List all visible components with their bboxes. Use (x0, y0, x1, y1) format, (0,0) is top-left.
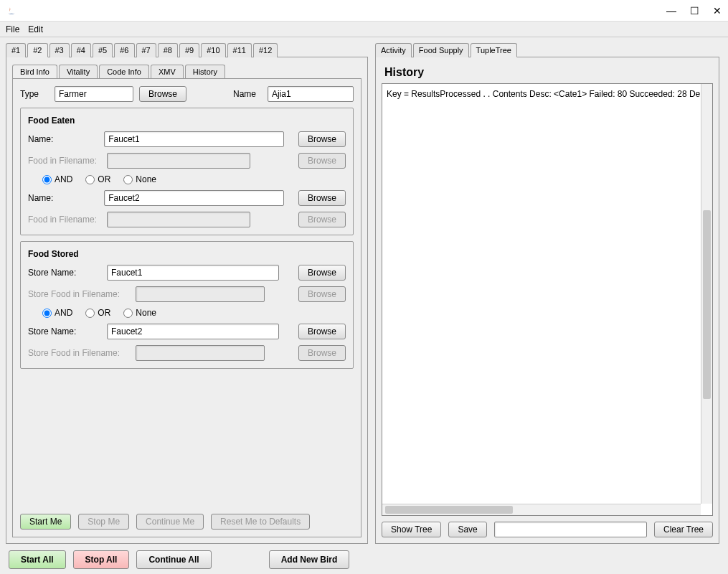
food-stored-title: Food Stored (28, 249, 346, 259)
subtab-history[interactable]: History (185, 65, 225, 79)
food-stored-group: Food Stored Store Name: Browse Store Foo… (20, 241, 354, 369)
tab-5[interactable]: #5 (93, 43, 113, 57)
fe-browse1-button[interactable]: Browse (298, 131, 346, 147)
start-me-button[interactable]: Start Me (20, 514, 71, 530)
tab-activity[interactable]: Activity (375, 43, 412, 57)
fe-fif1-input (107, 153, 250, 169)
history-title: History (384, 66, 713, 79)
vertical-scrollbar[interactable] (701, 84, 712, 504)
add-new-bird-button[interactable]: Add New Bird (269, 550, 350, 569)
subtab-strip: Bird Info Vitality Code Info XMV History (12, 65, 361, 79)
fe-fif2-input (107, 212, 250, 227)
fs-sfif2-label: Store Food in Filename: (28, 348, 128, 358)
fe-name1-input[interactable] (104, 131, 284, 147)
fs-name2-label: Store Name: (28, 326, 100, 337)
food-eaten-group: Food Eaten Name: Browse Food in Filename… (20, 108, 354, 235)
right-tab-strip: Activity Food Supply TupleTree (375, 43, 719, 57)
fe-browse2-button[interactable]: Browse (298, 190, 346, 206)
save-button[interactable]: Save (448, 522, 486, 537)
tab-2[interactable]: #2 (27, 43, 47, 57)
fs-sfif2-input (136, 345, 265, 361)
fs-sfif1-input (136, 286, 265, 302)
window-titlebar: — ☐ ✕ (0, 0, 728, 22)
menu-file[interactable]: File (6, 24, 19, 34)
type-input[interactable] (55, 86, 133, 102)
fs-sfif1-label: Store Food in Filename: (28, 289, 128, 299)
show-tree-button[interactable]: Show Tree (382, 522, 441, 537)
start-all-button[interactable]: Start All (9, 550, 66, 569)
fe-name-label: Name: (28, 134, 97, 144)
tab-tupletree[interactable]: TupleTree (471, 43, 517, 57)
subtab-bird-info[interactable]: Bird Info (12, 65, 57, 79)
fs-radio-and[interactable]: AND (42, 308, 72, 318)
java-icon (6, 5, 17, 17)
fs-name1-label: Store Name: (28, 268, 100, 278)
tab-9[interactable]: #9 (179, 43, 199, 57)
reset-me-button: Reset Me to Defaults (211, 514, 310, 530)
bird-tab-strip: #1 #2 #3 #4 #5 #6 #7 #8 #9 #10 #11 #12 (6, 43, 368, 57)
save-filename-input[interactable] (494, 522, 647, 537)
fs-sfif-browse1-button: Browse (298, 286, 346, 302)
maximize-icon[interactable]: ☐ (689, 6, 699, 16)
name-label: Name (233, 89, 262, 99)
tab-11[interactable]: #11 (227, 43, 252, 57)
fs-name1-input[interactable] (107, 265, 279, 281)
tab-8[interactable]: #8 (158, 43, 178, 57)
fs-sfif-browse2-button: Browse (298, 345, 346, 361)
name-input[interactable] (268, 86, 354, 102)
clear-tree-button[interactable]: Clear Tree (654, 522, 713, 537)
fs-name2-input[interactable] (107, 324, 279, 339)
footer-bar: Start All Stop All Continue All Add New … (0, 545, 728, 574)
tab-1[interactable]: #1 (6, 43, 26, 57)
fs-browse2-button[interactable]: Browse (298, 324, 346, 339)
tab-food-supply[interactable]: Food Supply (413, 43, 469, 57)
fe-fif-label: Food in Filename: (28, 156, 100, 166)
tab-3[interactable]: #3 (49, 43, 70, 57)
history-log[interactable]: Key = ResultsProcessed . . Contents Desc… (382, 84, 712, 504)
fe-radio-or[interactable]: OR (85, 174, 110, 184)
fs-browse1-button[interactable]: Browse (298, 265, 346, 281)
subtab-vitality[interactable]: Vitality (59, 65, 98, 79)
fs-radio-none[interactable]: None (123, 308, 156, 318)
menubar: File Edit (0, 22, 728, 37)
fe-name2-label: Name: (28, 193, 97, 203)
fs-radio-or[interactable]: OR (85, 308, 110, 318)
minimize-icon[interactable]: — (666, 6, 676, 16)
close-icon[interactable]: ✕ (712, 6, 722, 16)
fe-radio-and[interactable]: AND (42, 174, 72, 184)
subtab-xmv[interactable]: XMV (151, 65, 184, 79)
fe-fif2-label: Food in Filename: (28, 215, 100, 225)
food-eaten-title: Food Eaten (28, 116, 346, 126)
fe-name2-input[interactable] (104, 190, 284, 206)
type-browse-button[interactable]: Browse (139, 86, 186, 102)
horizontal-scrollbar[interactable] (382, 504, 701, 515)
history-log-container: Key = ResultsProcessed . . Contents Desc… (382, 83, 713, 516)
fe-radio-none[interactable]: None (123, 174, 156, 184)
type-label: Type (20, 89, 49, 99)
tab-6[interactable]: #6 (114, 43, 134, 57)
subtab-code-info[interactable]: Code Info (99, 65, 149, 79)
tab-10[interactable]: #10 (201, 43, 225, 57)
fe-fif-browse1-button: Browse (298, 153, 346, 169)
fe-fif-browse2-button: Browse (298, 212, 346, 227)
tab-4[interactable]: #4 (71, 43, 91, 57)
menu-edit[interactable]: Edit (28, 24, 43, 34)
stop-me-button: Stop Me (78, 514, 129, 530)
continue-me-button: Continue Me (136, 514, 204, 530)
tab-7[interactable]: #7 (136, 43, 156, 57)
stop-all-button[interactable]: Stop All (73, 550, 130, 569)
continue-all-button[interactable]: Continue All (136, 550, 211, 569)
tab-12[interactable]: #12 (253, 43, 278, 57)
